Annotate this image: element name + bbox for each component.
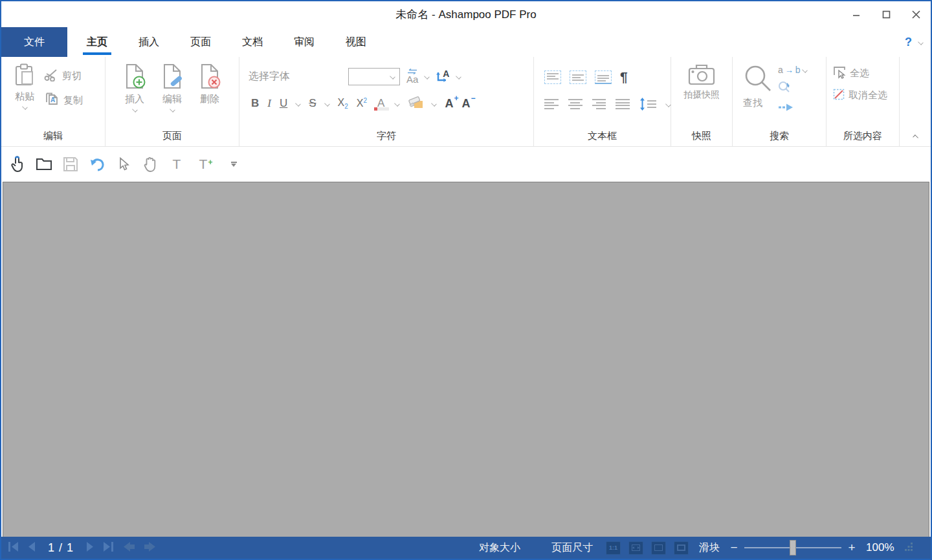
strikethrough-button[interactable]: S	[309, 97, 316, 110]
close-button[interactable]	[901, 1, 931, 27]
chevron-down-icon[interactable]	[425, 74, 430, 80]
delete-page-button[interactable]: 删除	[198, 63, 221, 125]
last-page-button[interactable]	[103, 542, 114, 554]
text-direction-button[interactable]: A	[436, 69, 450, 83]
tab-review[interactable]: 审阅	[294, 27, 315, 57]
toolbar-overflow-button[interactable]	[225, 156, 242, 173]
add-text-tool-button[interactable]: T+	[195, 156, 212, 173]
insert-page-button[interactable]: 插入	[123, 63, 146, 125]
find-button[interactable]: 查找	[743, 63, 773, 125]
textbox-align-middle-button[interactable]	[570, 70, 586, 84]
pan-hand-button[interactable]	[142, 156, 159, 173]
first-page-button[interactable]	[8, 542, 19, 554]
chevron-down-icon	[22, 104, 28, 110]
grow-font-button[interactable]: A+	[445, 97, 453, 111]
group-edit-label: 编辑	[1, 125, 105, 146]
zoom-slider[interactable]	[744, 540, 841, 555]
select-cursor-button[interactable]	[115, 156, 132, 173]
zoom-slider-thumb[interactable]	[790, 540, 796, 555]
text-tool-glyph: T	[173, 156, 181, 172]
resize-grip-icon[interactable]	[905, 542, 913, 554]
align-right-button[interactable]	[592, 99, 606, 109]
cut-button[interactable]: 剪切	[44, 69, 83, 83]
delete-page-label: 删除	[200, 93, 219, 105]
next-page-button[interactable]	[86, 542, 94, 554]
copy-label: 复制	[63, 94, 83, 107]
chevron-down-icon[interactable]	[395, 101, 401, 107]
chevron-down-icon[interactable]	[456, 74, 462, 80]
edit-page-label: 编辑	[162, 93, 182, 105]
chevron-down-icon	[802, 67, 808, 73]
help-icon[interactable]: ?	[905, 36, 912, 49]
tab-page[interactable]: 页面	[190, 27, 211, 57]
window-title: 未命名 - Ashampoo PDF Pro	[395, 7, 536, 22]
take-snapshot-button[interactable]: 拍摄快照	[683, 63, 720, 125]
open-folder-button[interactable]	[36, 156, 52, 173]
collapse-ribbon-button[interactable]	[913, 135, 918, 140]
paste-button[interactable]: 粘贴	[14, 63, 35, 125]
highlight-button[interactable]	[408, 96, 423, 111]
bold-button[interactable]: B	[251, 97, 259, 110]
chevron-down-icon	[132, 107, 138, 113]
zoom-in-button[interactable]: +	[847, 541, 857, 555]
text-tool-button[interactable]: T	[168, 156, 185, 173]
italic-button[interactable]: I	[267, 97, 271, 110]
textbox-align-top-button[interactable]	[544, 70, 561, 84]
search-again-button[interactable]	[778, 81, 807, 96]
textbox-align-bottom-button[interactable]	[595, 70, 612, 84]
align-center-button[interactable]	[568, 99, 582, 109]
change-case-button[interactable]: Aa	[406, 69, 418, 84]
chevron-down-icon[interactable]	[324, 101, 330, 107]
add-text-glyph: T+	[199, 156, 208, 172]
superscript-button[interactable]: X2	[357, 97, 367, 109]
tab-document[interactable]: 文档	[242, 27, 263, 57]
shrink-font-button[interactable]: A−	[461, 97, 470, 111]
fit-page-button[interactable]	[651, 541, 666, 555]
deselect-all-button[interactable]: 取消全选	[833, 89, 899, 102]
maximize-button[interactable]	[871, 1, 901, 27]
group-edit: 粘贴 剪切	[1, 57, 105, 146]
chevron-down-icon[interactable]	[665, 102, 671, 107]
chevron-down-icon[interactable]	[432, 101, 438, 107]
save-button[interactable]	[62, 156, 79, 173]
font-size-combobox[interactable]	[348, 68, 400, 85]
align-left-button[interactable]	[544, 99, 559, 109]
tab-insert[interactable]: 插入	[139, 27, 159, 57]
fit-visible-button[interactable]	[674, 541, 689, 555]
minimize-button[interactable]	[841, 1, 871, 27]
document-canvas[interactable]	[3, 182, 929, 537]
subscript-button[interactable]: X2	[338, 97, 348, 110]
select-all-button[interactable]: 全选	[833, 66, 899, 81]
change-case-glyph: Aa	[406, 74, 418, 84]
line-spacing-button[interactable]	[639, 98, 656, 111]
replace-button[interactable]: a→b	[778, 65, 807, 75]
copy-button[interactable]: A 复制	[44, 92, 83, 109]
edit-page-button[interactable]: 编辑	[161, 63, 184, 125]
tab-home[interactable]: 主页	[87, 27, 107, 57]
underline-button[interactable]: U	[280, 97, 287, 110]
tab-file[interactable]: 文件	[1, 27, 67, 57]
zoom-out-button[interactable]: −	[729, 541, 739, 555]
paragraph-marks-button[interactable]: ¶	[620, 69, 628, 85]
object-size-label[interactable]: 对象大小	[479, 541, 520, 555]
next-view-button[interactable]	[144, 542, 157, 554]
font-color-button[interactable]: A	[375, 97, 386, 110]
group-search: 查找 a→b	[733, 57, 827, 146]
justify-button[interactable]	[616, 99, 630, 109]
chevron-down-icon[interactable]	[295, 101, 301, 107]
touch-tool-button[interactable]	[9, 156, 26, 173]
zoom-actual-size-button[interactable]: 1:1	[606, 541, 621, 555]
previous-view-button[interactable]	[122, 542, 135, 554]
group-textbox-label: 文本框	[534, 125, 671, 146]
group-selection: 全选 取消全选 所选内容	[827, 57, 900, 146]
page-size-label[interactable]: 页面尺寸	[551, 541, 593, 555]
undo-button[interactable]	[89, 156, 105, 173]
chevron-down-icon[interactable]	[918, 39, 924, 45]
ribbon: 粘贴 剪切	[1, 57, 931, 147]
title-bar: 未命名 - Ashampoo PDF Pro	[1, 1, 931, 27]
previous-page-button[interactable]	[27, 542, 36, 554]
continue-search-icon[interactable]	[778, 102, 807, 114]
svg-text:A: A	[50, 96, 55, 103]
fit-width-button[interactable]	[628, 541, 643, 555]
tab-view[interactable]: 视图	[346, 27, 366, 57]
